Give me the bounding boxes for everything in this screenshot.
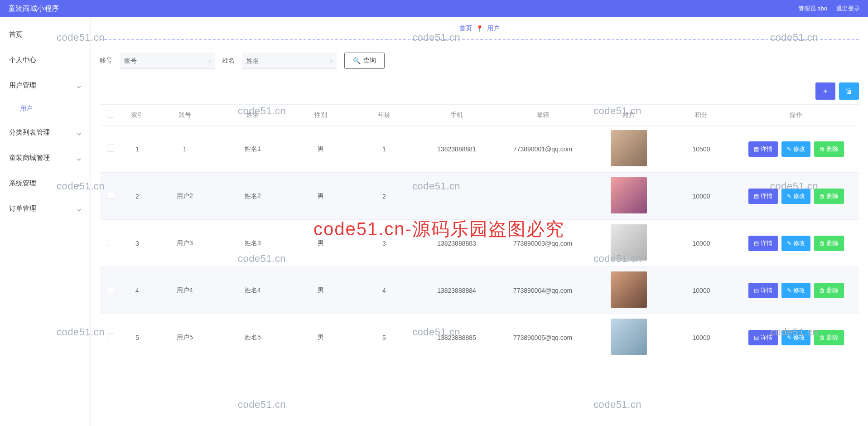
clear-icon[interactable]: ○: [207, 57, 211, 64]
cell-photo: [588, 220, 670, 267]
actions-row: ＋ 🗑: [91, 69, 868, 104]
edit-button[interactable]: ✎修改: [781, 141, 810, 157]
sidebar-item-label: 个人中心: [9, 56, 36, 64]
edit-label: 修改: [793, 145, 805, 153]
cell-email: [497, 173, 588, 220]
delete-label: 删除: [827, 334, 839, 342]
detail-button[interactable]: ▤详情: [748, 283, 778, 298]
detail-icon: ▤: [754, 287, 759, 294]
trash-icon: 🗑: [845, 87, 853, 95]
chevron-down-icon: [77, 83, 81, 87]
sidebar: 首页 个人中心 用户管理 用户 分类列表管理 童装商城管理 系统管理: [0, 17, 91, 426]
breadcrumb: 首页 📍 用户: [459, 24, 500, 33]
sidebar-item-label: 分类列表管理: [9, 128, 50, 137]
clear-icon[interactable]: ○: [330, 57, 333, 64]
row-checkbox[interactable]: [107, 145, 114, 152]
sidebar-item-label: 首页: [9, 30, 23, 39]
batch-delete-button[interactable]: 🗑: [839, 82, 859, 100]
cell-email: 773890001@qq.com: [497, 126, 588, 173]
avatar[interactable]: [611, 319, 647, 355]
avatar[interactable]: [611, 177, 647, 213]
table-row: 2 用户2 姓名2 男 2 10000 ▤详情 ✎修改 🗑删除: [100, 173, 859, 220]
sidebar-item-category[interactable]: 分类列表管理: [0, 120, 90, 145]
th-index: 索引: [121, 105, 153, 126]
cell-points: 10000: [670, 173, 733, 220]
detail-label: 详情: [761, 192, 772, 200]
cell-photo: [588, 314, 670, 361]
delete-button[interactable]: 🗑删除: [814, 141, 844, 157]
cell-age: 4: [352, 267, 416, 314]
row-checkbox[interactable]: [107, 239, 114, 246]
sidebar-item-label: 用户管理: [9, 81, 36, 90]
detail-button[interactable]: ▤详情: [748, 189, 778, 204]
delete-button[interactable]: 🗑删除: [814, 283, 844, 298]
sidebar-subitem-user[interactable]: 用户: [0, 98, 90, 120]
top-header: 童装商城小程序 管理员 abo 退出登录: [0, 0, 868, 17]
header-right: 管理员 abo 退出登录: [798, 5, 860, 13]
logout-link[interactable]: 退出登录: [836, 5, 860, 13]
chevron-down-icon: [77, 181, 81, 185]
cell-index: 5: [121, 314, 153, 361]
edit-icon: ✎: [787, 240, 791, 247]
edit-button[interactable]: ✎修改: [781, 236, 810, 251]
edit-icon: ✎: [787, 287, 791, 294]
admin-label[interactable]: 管理员 abo: [798, 5, 827, 13]
search-account-label: 账号: [100, 57, 112, 65]
select-all-checkbox[interactable]: [107, 111, 114, 118]
table-row: 5 用户5 姓名5 男 5 13823888885 773890005@qq.c…: [100, 314, 859, 361]
cell-name: 姓名2: [217, 173, 289, 220]
detail-icon: ▤: [754, 334, 759, 341]
search-button-label: 查询: [363, 57, 376, 65]
cell-age: 1: [352, 126, 416, 173]
sidebar-item-order[interactable]: 订单管理: [0, 196, 90, 221]
detail-button[interactable]: ▤详情: [748, 330, 778, 345]
cell-phone: [416, 173, 497, 220]
row-checkbox[interactable]: [107, 333, 114, 340]
sidebar-item-personal[interactable]: 个人中心: [0, 47, 90, 73]
add-button[interactable]: ＋: [815, 82, 835, 100]
sidebar-item-home[interactable]: 首页: [0, 22, 90, 47]
search-account-input[interactable]: [120, 53, 215, 69]
delete-label: 删除: [827, 192, 839, 200]
th-ops: 操作: [733, 105, 859, 126]
edit-button[interactable]: ✎修改: [781, 189, 810, 204]
cell-name: 姓名5: [217, 314, 289, 361]
th-name: 姓名: [217, 105, 289, 126]
delete-button[interactable]: 🗑删除: [814, 236, 844, 251]
row-checkbox[interactable]: [107, 192, 114, 199]
chevron-down-icon: [77, 206, 81, 211]
detail-button[interactable]: ▤详情: [748, 236, 778, 251]
cell-gender: 男: [289, 126, 352, 173]
avatar[interactable]: [611, 271, 647, 308]
search-name-input[interactable]: [242, 53, 337, 69]
sidebar-item-mall[interactable]: 童装商城管理: [0, 145, 90, 170]
row-checkbox[interactable]: [107, 286, 114, 293]
sidebar-item-system[interactable]: 系统管理: [0, 170, 90, 196]
edit-button[interactable]: ✎修改: [781, 330, 810, 345]
sidebar-item-label: 订单管理: [9, 204, 36, 213]
avatar[interactable]: [611, 130, 647, 166]
plus-icon: ＋: [822, 87, 829, 96]
cell-gender: 男: [289, 314, 352, 361]
sidebar-item-label: 童装商城管理: [9, 154, 50, 162]
delete-icon: 🗑: [820, 334, 825, 341]
delete-button[interactable]: 🗑删除: [814, 330, 844, 345]
th-account: 账号: [153, 105, 217, 126]
search-button[interactable]: 🔍 查询: [344, 53, 385, 69]
delete-button[interactable]: 🗑删除: [814, 189, 844, 204]
cell-phone: 13823888884: [416, 267, 497, 314]
breadcrumb-wrap: 首页 📍 用户: [100, 17, 859, 40]
cell-name: 姓名1: [217, 126, 289, 173]
detail-button[interactable]: ▤详情: [748, 141, 778, 157]
breadcrumb-home[interactable]: 首页: [459, 24, 472, 33]
sidebar-item-user-mgmt[interactable]: 用户管理: [0, 73, 90, 98]
cell-points: 10000: [670, 220, 733, 267]
user-table: 索引 账号 姓名 性别 年龄 手机 邮箱 照片 积分 操作 1 1 姓名1 男 …: [100, 104, 859, 361]
cell-account: 用户3: [153, 220, 217, 267]
sidebar-item-label: 系统管理: [9, 179, 36, 188]
edit-button[interactable]: ✎修改: [781, 283, 810, 298]
cell-photo: [588, 267, 670, 314]
cell-phone: 13823888881: [416, 126, 497, 173]
avatar[interactable]: [611, 224, 647, 261]
th-age: 年龄: [352, 105, 416, 126]
